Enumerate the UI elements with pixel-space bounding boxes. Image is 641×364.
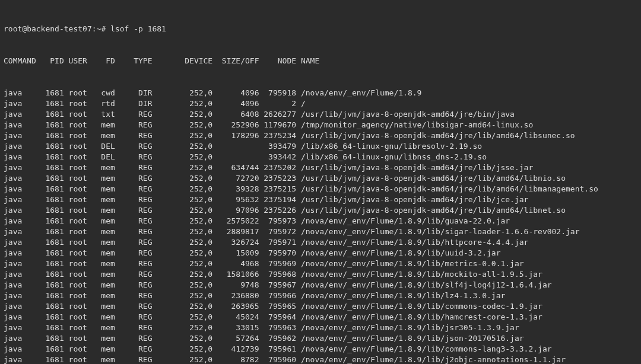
shell-prompt-line: root@backend-test07:~# lsof -p 1681: [4, 24, 637, 34]
lsof-header-row: COMMAND PID USER FD TYPE DEVICE SIZE/OFF…: [4, 56, 637, 66]
lsof-row: java 1681 root mem REG 252,0 57264 79596…: [4, 333, 637, 344]
lsof-row: java 1681 root mem REG 252,0 1581066 795…: [4, 269, 637, 280]
lsof-row: java 1681 root DEL REG 252,0 393442 /lib…: [4, 152, 637, 162]
lsof-row: java 1681 root mem REG 252,0 263965 7959…: [4, 301, 637, 312]
lsof-row: java 1681 root mem REG 252,0 412739 7959…: [4, 344, 637, 355]
lsof-row: java 1681 root mem REG 252,0 97096 23752…: [4, 205, 637, 216]
lsof-row: java 1681 root mem REG 252,0 4968 795969…: [4, 258, 637, 269]
prompt-user-host: root@backend-test07: [4, 24, 92, 33]
lsof-row: java 1681 root mem REG 252,0 15009 79597…: [4, 248, 637, 258]
lsof-row: java 1681 root mem REG 252,0 634744 2375…: [4, 162, 637, 173]
lsof-row: java 1681 root mem REG 252,0 2575022 795…: [4, 216, 637, 226]
lsof-row: java 1681 root mem REG 252,0 39328 23752…: [4, 184, 637, 194]
lsof-row: java 1681 root mem REG 252,0 252906 1179…: [4, 120, 637, 130]
lsof-row: java 1681 root mem REG 252,0 9748 795967…: [4, 280, 637, 290]
lsof-row: java 1681 root mem REG 252,0 236880 7959…: [4, 290, 637, 301]
lsof-row: java 1681 root mem REG 252,0 8782 795960…: [4, 355, 637, 364]
lsof-row: java 1681 root cwd DIR 252,0 4096 795918…: [4, 88, 637, 98]
lsof-row: java 1681 root mem REG 252,0 33015 79596…: [4, 323, 637, 333]
lsof-row: java 1681 root rtd DIR 252,0 4096 2 /: [4, 98, 637, 109]
lsof-row: java 1681 root txt REG 252,0 6408 262627…: [4, 109, 637, 120]
lsof-row: java 1681 root mem REG 252,0 2889817 795…: [4, 226, 637, 237]
lsof-rows: java 1681 root cwd DIR 252,0 4096 795918…: [4, 88, 637, 364]
prompt-symbol: #: [101, 24, 106, 33]
prompt-command: lsof -p 1681: [110, 24, 166, 33]
lsof-row: java 1681 root mem REG 252,0 45024 79596…: [4, 312, 637, 323]
lsof-row: java 1681 root mem REG 252,0 72720 23752…: [4, 173, 637, 184]
lsof-row: java 1681 root mem REG 252,0 326724 7959…: [4, 237, 637, 248]
terminal-output[interactable]: root@backend-test07:~# lsof -p 1681 COMM…: [0, 0, 641, 364]
lsof-row: java 1681 root DEL REG 252,0 393479 /lib…: [4, 141, 637, 152]
lsof-row: java 1681 root mem REG 252,0 95632 23751…: [4, 194, 637, 205]
lsof-row: java 1681 root mem REG 252,0 178296 2375…: [4, 130, 637, 141]
